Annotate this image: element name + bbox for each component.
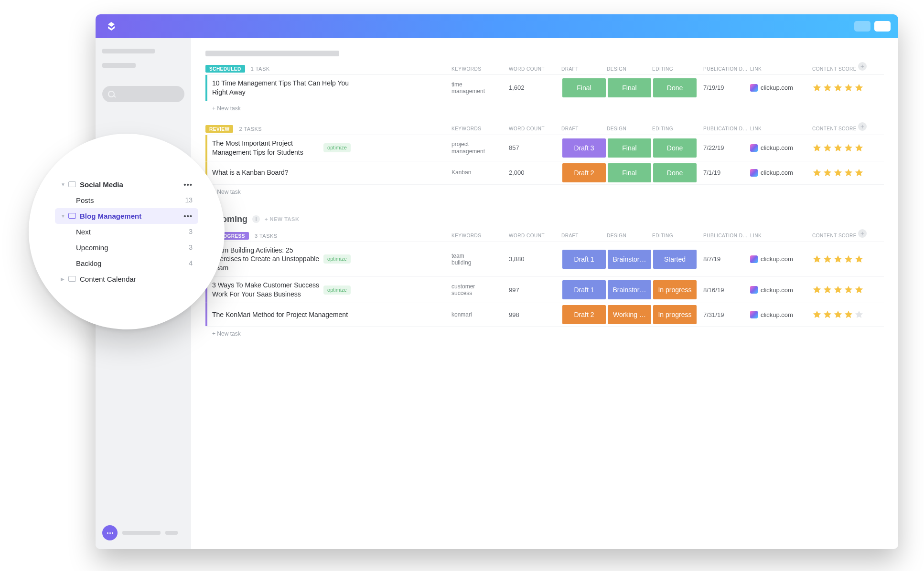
folder-icon [68, 213, 76, 219]
app-logo-icon [103, 18, 119, 34]
status-pill[interactable]: SCHEDULED [205, 65, 245, 73]
cell-publication-date: 7/19/19 [698, 84, 750, 91]
sidebar-item-count: 3 [189, 228, 193, 235]
sidebar-folder[interactable]: ▶ Content Calendar [55, 271, 198, 287]
task-title[interactable]: What is a Kanban Board? [207, 164, 355, 181]
cell-content-score [812, 168, 884, 178]
clickup-logo-icon [750, 84, 758, 92]
cell-editing-status[interactable]: In progress [653, 305, 697, 324]
titlebar-button-minimize[interactable] [854, 21, 870, 32]
cell-keywords: konmari [451, 311, 509, 318]
task-group: + SCHEDULED 1 TASK KEYWORDS WORD COUNT D… [205, 62, 884, 119]
cell-editing-status[interactable]: In progress [653, 280, 697, 299]
cell-word-count: 3,880 [509, 255, 561, 263]
sidebar-skeleton-line [122, 531, 161, 535]
sidebar-item-count: 4 [189, 259, 193, 267]
cell-design-status[interactable]: Final [608, 138, 651, 158]
status-pill[interactable]: REVIEW [205, 125, 233, 133]
sidebar-folder[interactable]: ▼ Blog Management ••• [55, 208, 198, 224]
task-count: 2 TASKS [239, 126, 262, 132]
cell-draft-status[interactable]: Draft 3 [562, 138, 606, 158]
task-title[interactable]: The Most Important Project Management Ti… [207, 135, 355, 161]
folder-icon [68, 181, 76, 187]
main-content: + SCHEDULED 1 TASK KEYWORDS WORD COUNT D… [191, 38, 898, 549]
task-title[interactable]: The KonMari Method for Project Managemen… [207, 307, 355, 323]
task-title[interactable]: 3 Ways To Make Customer Success Work For… [207, 277, 355, 303]
cell-publication-date: 7/22/19 [698, 144, 750, 151]
optimize-tag[interactable]: optimize [323, 254, 351, 264]
clickup-logo-icon [750, 255, 758, 263]
add-column-button[interactable]: + [858, 122, 867, 131]
task-row[interactable]: 3 Ways To Make Customer Success Work For… [205, 277, 884, 303]
more-icon[interactable]: ••• [183, 212, 193, 220]
new-task-button[interactable]: + New task [205, 101, 884, 119]
cell-editing-status[interactable]: Done [653, 138, 697, 158]
sidebar-item-label: Blog Management [80, 212, 141, 220]
chevron-icon: ▶ [61, 276, 65, 282]
task-row[interactable]: What is a Kanban Board? Kanban 2,000 Dra… [205, 161, 884, 185]
task-row[interactable]: 10 Time Management Tips That Can Help Yo… [205, 75, 884, 101]
chevron-icon: ▼ [61, 213, 65, 219]
task-row[interactable]: The Most Important Project Management Ti… [205, 135, 884, 161]
cell-design-status[interactable]: Brainstor… [608, 250, 651, 269]
cell-content-score [812, 310, 884, 319]
cell-word-count: 997 [509, 286, 561, 294]
clickup-logo-icon [750, 144, 758, 152]
task-row[interactable]: The KonMari Method for Project Managemen… [205, 303, 884, 327]
cell-editing-status[interactable]: Started [653, 250, 697, 269]
cell-design-status[interactable]: Brainstor… [608, 280, 651, 299]
cell-draft-status[interactable]: Draft 2 [562, 305, 606, 324]
app-window: + SCHEDULED 1 TASK KEYWORDS WORD COUNT D… [96, 14, 898, 549]
cell-link[interactable]: clickup.com [750, 286, 812, 294]
cell-draft-status[interactable]: Draft 2 [562, 163, 606, 182]
task-title[interactable]: Team Building Activities: 25 Exercises t… [207, 242, 355, 277]
section-new-task[interactable]: + NEW TASK [265, 216, 299, 222]
cell-publication-date: 8/7/19 [698, 255, 750, 263]
cell-word-count: 998 [509, 311, 561, 318]
sidebar-list-item[interactable]: Next 3 [55, 224, 198, 240]
sidebar-item-label: Social Media [80, 180, 123, 189]
optimize-tag[interactable]: optimize [323, 286, 351, 295]
optimize-tag[interactable]: optimize [323, 143, 351, 152]
cell-editing-status[interactable]: Done [653, 78, 697, 97]
cell-word-count: 857 [509, 144, 561, 151]
cell-draft-status[interactable]: Draft 1 [562, 280, 606, 299]
cell-link[interactable]: clickup.com [750, 84, 812, 92]
sidebar-list-item[interactable]: Upcoming 3 [55, 240, 198, 255]
add-column-button[interactable]: + [858, 62, 867, 71]
clickup-logo-icon [750, 311, 758, 318]
cell-publication-date: 8/16/19 [698, 286, 750, 294]
cell-link[interactable]: clickup.com [750, 144, 812, 152]
new-task-button[interactable]: + New task [205, 185, 884, 203]
chat-icon[interactable] [102, 525, 118, 540]
task-count: 3 TASKS [255, 233, 278, 239]
folder-icon [68, 276, 76, 282]
cell-publication-date: 7/1/19 [698, 169, 750, 176]
cell-link[interactable]: clickup.com [750, 169, 812, 177]
sidebar-folder[interactable]: ▼ Social Media ••• [55, 177, 198, 192]
info-icon[interactable]: i [252, 215, 260, 223]
task-group: + IN PROGRESS 3 TASKS KEYWORDS WORD COUN… [205, 229, 884, 345]
sidebar-skeleton-line [102, 63, 136, 68]
task-count: 1 TASK [251, 66, 270, 72]
sidebar-search[interactable] [102, 86, 184, 102]
titlebar [96, 14, 898, 38]
search-icon [108, 91, 115, 97]
more-icon[interactable]: ••• [183, 180, 193, 189]
sidebar-list-item[interactable]: Backlog 4 [55, 255, 198, 271]
add-column-button[interactable]: + [858, 229, 867, 238]
sidebar-item-label: Content Calendar [80, 275, 136, 283]
titlebar-button-maximize[interactable] [874, 21, 891, 32]
sidebar-list-item[interactable]: Posts 13 [55, 192, 198, 208]
cell-link[interactable]: clickup.com [750, 255, 812, 263]
cell-design-status[interactable]: Working … [608, 305, 651, 324]
cell-link[interactable]: clickup.com [750, 311, 812, 318]
new-task-button[interactable]: + New task [205, 327, 884, 345]
task-title[interactable]: 10 Time Management Tips That Can Help Yo… [207, 75, 355, 101]
cell-draft-status[interactable]: Final [562, 78, 606, 97]
cell-design-status[interactable]: Final [608, 163, 651, 182]
task-row[interactable]: Team Building Activities: 25 Exercises t… [205, 242, 884, 277]
cell-draft-status[interactable]: Draft 1 [562, 250, 606, 269]
cell-editing-status[interactable]: Done [653, 163, 697, 182]
cell-design-status[interactable]: Final [608, 78, 651, 97]
